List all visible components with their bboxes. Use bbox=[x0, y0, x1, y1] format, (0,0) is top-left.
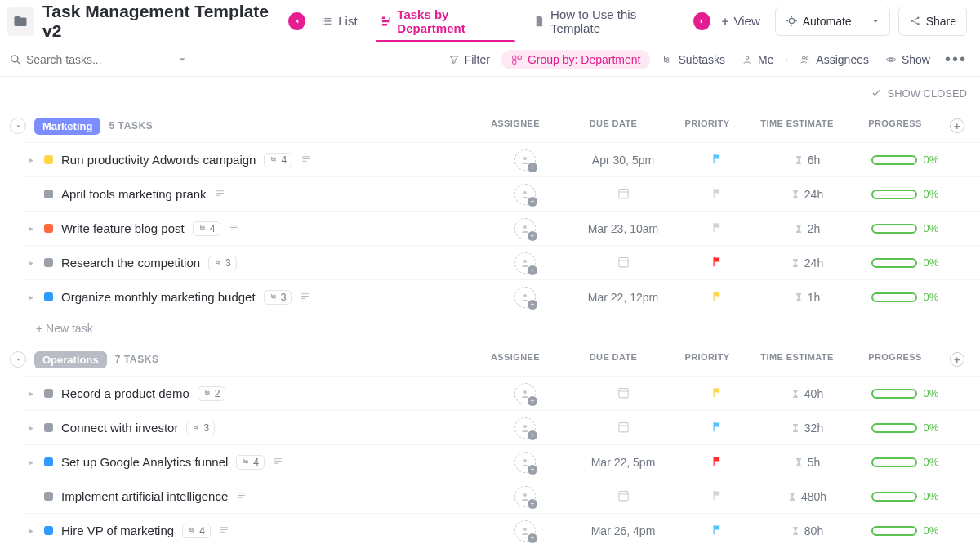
priority-flag-icon[interactable] bbox=[711, 524, 724, 538]
calendar-icon[interactable] bbox=[617, 488, 630, 505]
status-dot[interactable] bbox=[44, 190, 53, 198]
col-progress[interactable]: PROGRESS bbox=[846, 352, 944, 367]
automate-caret[interactable] bbox=[862, 7, 890, 36]
due-date[interactable]: Mar 22, 12pm bbox=[588, 291, 658, 304]
task-row[interactable]: Implement artificial intelligence + 480h… bbox=[24, 479, 980, 513]
due-date[interactable]: Apr 30, 5pm bbox=[592, 154, 654, 167]
filter-button[interactable]: Filter bbox=[443, 50, 495, 69]
time-estimate[interactable]: 480h bbox=[787, 490, 826, 503]
assignee-add[interactable]: + bbox=[514, 520, 536, 542]
view-tab-by-department[interactable]: Tasks by Department bbox=[369, 0, 523, 42]
expand-caret[interactable]: ▸ bbox=[29, 457, 36, 466]
priority-flag-icon[interactable] bbox=[711, 221, 724, 236]
assignee-add[interactable]: + bbox=[514, 486, 536, 507]
assignee-add[interactable]: + bbox=[514, 417, 536, 439]
priority-flag-icon[interactable] bbox=[711, 256, 724, 270]
view-tab-how-to[interactable]: How to Use this Template bbox=[522, 0, 690, 42]
expand-caret[interactable]: ▸ bbox=[29, 526, 36, 535]
calendar-icon[interactable] bbox=[617, 386, 630, 402]
share-button[interactable]: Share bbox=[898, 7, 967, 36]
priority-flag-icon[interactable] bbox=[711, 489, 724, 504]
task-row[interactable]: ▸ Set up Google Analytics funnel 4 + Mar… bbox=[24, 444, 980, 479]
assignee-add[interactable]: + bbox=[514, 452, 536, 473]
subtask-count[interactable]: 4 bbox=[264, 153, 292, 167]
task-row[interactable]: ▸ Research the competition 3 + 24h bbox=[24, 245, 980, 279]
status-dot[interactable] bbox=[44, 155, 53, 164]
expand-caret[interactable]: ▸ bbox=[29, 155, 36, 164]
add-view-button[interactable]: + View bbox=[714, 14, 768, 28]
show-closed-button[interactable]: SHOW CLOSED bbox=[887, 87, 967, 100]
task-row[interactable]: ▸ Hire VP of marketing 4 + Mar 26, 4pm 8… bbox=[24, 513, 980, 547]
assignee-add[interactable]: + bbox=[514, 383, 536, 404]
priority-flag-icon[interactable] bbox=[711, 290, 724, 305]
subtask-count[interactable]: 4 bbox=[182, 524, 211, 538]
status-dot[interactable] bbox=[44, 292, 53, 301]
time-estimate[interactable]: 32h bbox=[791, 421, 823, 435]
status-dot[interactable] bbox=[44, 526, 53, 535]
due-date[interactable]: Mar 22, 5pm bbox=[591, 456, 656, 469]
assignee-add[interactable]: + bbox=[514, 184, 536, 205]
more-menu-button[interactable]: ••• bbox=[942, 50, 970, 69]
time-estimate[interactable]: 24h bbox=[791, 256, 823, 270]
view-tab-list[interactable]: List bbox=[309, 0, 368, 42]
chevron-down-icon[interactable] bbox=[176, 54, 188, 65]
time-estimate[interactable]: 6h bbox=[794, 154, 821, 167]
folder-icon[interactable] bbox=[7, 7, 34, 36]
status-dot[interactable] bbox=[44, 258, 53, 267]
add-column-button[interactable]: + bbox=[950, 352, 964, 367]
nav-next-button[interactable] bbox=[693, 12, 710, 30]
time-estimate[interactable]: 2h bbox=[794, 222, 821, 235]
task-name[interactable]: Research the competition bbox=[61, 256, 200, 270]
calendar-icon[interactable] bbox=[617, 420, 630, 436]
subtask-count[interactable]: 2 bbox=[198, 386, 226, 401]
task-row[interactable]: April fools marketing prank + 24h 0% bbox=[24, 176, 980, 211]
col-estimate[interactable]: TIME ESTIMATE bbox=[748, 352, 846, 367]
assignees-button[interactable]: Assignees bbox=[795, 50, 874, 69]
subtask-count[interactable]: 3 bbox=[208, 256, 237, 270]
subtasks-button[interactable]: Subtasks bbox=[657, 50, 730, 69]
assignee-add[interactable]: + bbox=[514, 252, 536, 274]
progress[interactable]: 0% bbox=[871, 456, 939, 468]
assignee-add[interactable]: + bbox=[514, 149, 536, 171]
description-icon[interactable] bbox=[301, 153, 311, 167]
task-name[interactable]: Run productivity Adwords campaign bbox=[61, 153, 256, 167]
collapse-toggle[interactable] bbox=[10, 351, 26, 368]
expand-caret[interactable]: ▸ bbox=[29, 423, 36, 432]
progress[interactable]: 0% bbox=[871, 291, 939, 303]
time-estimate[interactable]: 80h bbox=[791, 524, 823, 537]
status-dot[interactable] bbox=[44, 492, 53, 501]
col-progress[interactable]: PROGRESS bbox=[846, 118, 944, 133]
task-name[interactable]: April fools marketing prank bbox=[61, 187, 207, 201]
task-row[interactable]: ▸ Organize monthly marketing budget 3 + … bbox=[24, 279, 980, 314]
task-name[interactable]: Implement artificial intelligence bbox=[61, 489, 228, 503]
col-estimate[interactable]: TIME ESTIMATE bbox=[748, 118, 846, 133]
due-date[interactable]: Mar 26, 4pm bbox=[591, 524, 656, 537]
time-estimate[interactable]: 40h bbox=[791, 387, 823, 400]
assignee-add[interactable]: + bbox=[514, 218, 536, 239]
due-date[interactable]: Mar 23, 10am bbox=[588, 222, 658, 235]
progress[interactable]: 0% bbox=[871, 387, 939, 399]
description-icon[interactable] bbox=[273, 455, 283, 469]
expand-caret[interactable]: ▸ bbox=[29, 258, 36, 267]
task-name[interactable]: Hire VP of marketing bbox=[61, 524, 174, 537]
description-icon[interactable] bbox=[215, 187, 225, 201]
subtask-count[interactable]: 3 bbox=[264, 290, 292, 305]
expand-caret[interactable]: ▸ bbox=[29, 292, 36, 301]
subtask-count[interactable]: 4 bbox=[193, 221, 221, 236]
group-badge[interactable]: Marketing bbox=[34, 118, 100, 135]
task-name[interactable]: Organize monthly marketing budget bbox=[61, 290, 256, 304]
col-priority[interactable]: PRIORITY bbox=[666, 118, 748, 133]
task-row[interactable]: ▸ Connect with investor 3 + 32h bbox=[24, 410, 980, 444]
assignee-add[interactable]: + bbox=[514, 287, 536, 308]
progress[interactable]: 0% bbox=[871, 524, 939, 537]
show-button[interactable]: Show bbox=[880, 50, 935, 69]
priority-flag-icon[interactable] bbox=[711, 153, 724, 167]
progress[interactable]: 0% bbox=[871, 222, 939, 234]
expand-caret[interactable]: ▸ bbox=[29, 224, 36, 233]
col-due[interactable]: DUE DATE bbox=[560, 352, 666, 367]
subtask-count[interactable]: 3 bbox=[186, 421, 215, 435]
time-estimate[interactable]: 5h bbox=[794, 456, 821, 469]
task-name[interactable]: Write feature blog post bbox=[61, 221, 185, 235]
progress[interactable]: 0% bbox=[871, 188, 939, 200]
calendar-icon[interactable] bbox=[617, 255, 630, 271]
